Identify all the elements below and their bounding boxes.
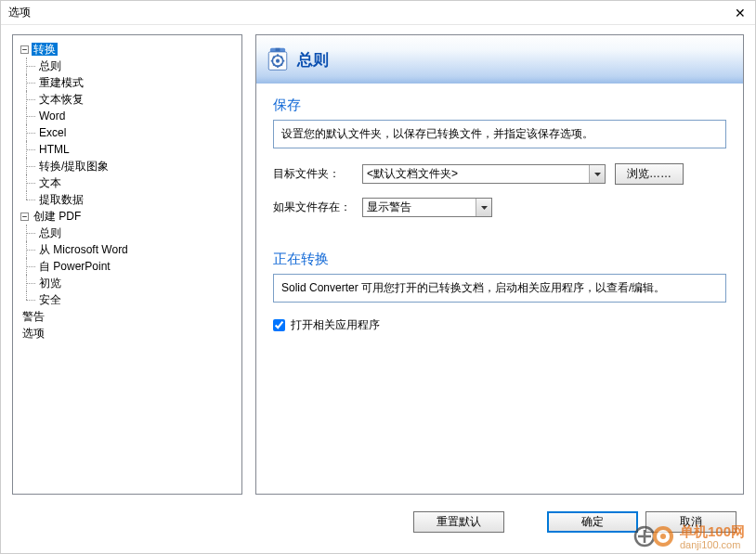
close-icon[interactable]: ✕ [733, 6, 748, 20]
tree-node[interactable]: 安全 [37, 293, 63, 306]
group-title-save: 保存 [273, 97, 726, 114]
tree-node[interactable]: 提取数据 [37, 193, 85, 206]
svg-point-4 [276, 59, 280, 63]
chevron-down-icon[interactable] [589, 165, 605, 183]
title-bar: 选项 ✕ [1, 1, 755, 25]
svg-marker-13 [594, 173, 601, 176]
ok-button[interactable]: 确定 [547, 511, 638, 533]
svg-line-10 [280, 64, 282, 66]
tree-node-convert[interactable]: 转换 [32, 43, 58, 56]
svg-line-11 [273, 64, 275, 66]
open-app-checkbox-row[interactable]: 打开相关应用程序 [273, 317, 726, 333]
content-area: −转换 总则 重建模式 文本恢复 Word Excel HTML 转换/提取图象… [1, 25, 755, 502]
window-title: 选项 [8, 5, 31, 20]
tree-node-createpdf[interactable]: 创建 PDF [32, 210, 83, 223]
group-title-converting: 正在转换 [273, 251, 726, 268]
open-app-label: 打开相关应用程序 [291, 317, 380, 333]
panel-body: 保存 设置您的默认文件夹，以保存已转换文件，并指定该保存选项。 目标文件夹： <… [256, 84, 743, 346]
cancel-button[interactable]: 取消 [645, 511, 736, 533]
panel-header: 总则 [256, 35, 743, 84]
target-folder-label: 目标文件夹： [273, 166, 353, 182]
target-folder-combo[interactable]: <默认文档文件夹> [362, 164, 606, 184]
tree-node[interactable]: 从 Microsoft Word [37, 243, 130, 256]
expander-icon[interactable]: − [20, 213, 29, 221]
open-app-checkbox[interactable] [273, 319, 285, 331]
target-folder-value: <默认文档文件夹> [363, 166, 589, 182]
browse-button[interactable]: 浏览…… [615, 163, 684, 185]
detail-panel: 总则 保存 设置您的默认文件夹，以保存已转换文件，并指定该保存选项。 目标文件夹… [255, 34, 744, 495]
expander-icon[interactable]: − [20, 45, 29, 54]
tree-node[interactable]: 文本恢复 [37, 93, 85, 106]
tree-node[interactable]: HTML [37, 143, 72, 156]
tree-node[interactable]: Word [37, 110, 67, 122]
row-target-folder: 目标文件夹： <默认文档文件夹> 浏览…… [273, 163, 726, 185]
options-tree: −转换 总则 重建模式 文本恢复 Word Excel HTML 转换/提取图象… [12, 34, 242, 495]
tree-node[interactable]: 初览 [37, 277, 63, 290]
tree-node[interactable]: 总则 [37, 59, 63, 72]
convert-description: Solid Converter 可用您打开的已转换文档，启动相关应用程序，以查看… [273, 274, 726, 303]
panel-title: 总则 [297, 49, 329, 71]
gear-icon [266, 47, 290, 71]
tree-node[interactable]: Excel [37, 126, 68, 139]
svg-marker-14 [481, 206, 488, 210]
file-exists-value: 显示警告 [363, 200, 476, 215]
chevron-down-icon[interactable] [476, 199, 491, 216]
file-exists-label: 如果文件存在： [273, 200, 353, 215]
tree-node[interactable]: 警告 [20, 310, 46, 323]
svg-line-12 [280, 57, 282, 58]
tree-node[interactable]: 总则 [37, 226, 63, 239]
file-exists-combo[interactable]: 显示警告 [362, 198, 492, 217]
tree-node[interactable]: 重建模式 [37, 76, 85, 89]
svg-rect-1 [276, 48, 280, 51]
tree-node[interactable]: 自 PowerPoint [37, 260, 112, 273]
tree-node[interactable]: 选项 [20, 327, 46, 340]
svg-line-9 [273, 57, 275, 58]
dialog-footer: 重置默认 确定 取消 [1, 502, 755, 542]
row-file-exists: 如果文件存在： 显示警告 [273, 198, 726, 217]
tree-node[interactable]: 文本 [37, 176, 63, 189]
tree-node[interactable]: 转换/提取图象 [37, 160, 111, 173]
reset-defaults-button[interactable]: 重置默认 [413, 511, 504, 533]
save-description: 设置您的默认文件夹，以保存已转换文件，并指定该保存选项。 [273, 120, 726, 148]
